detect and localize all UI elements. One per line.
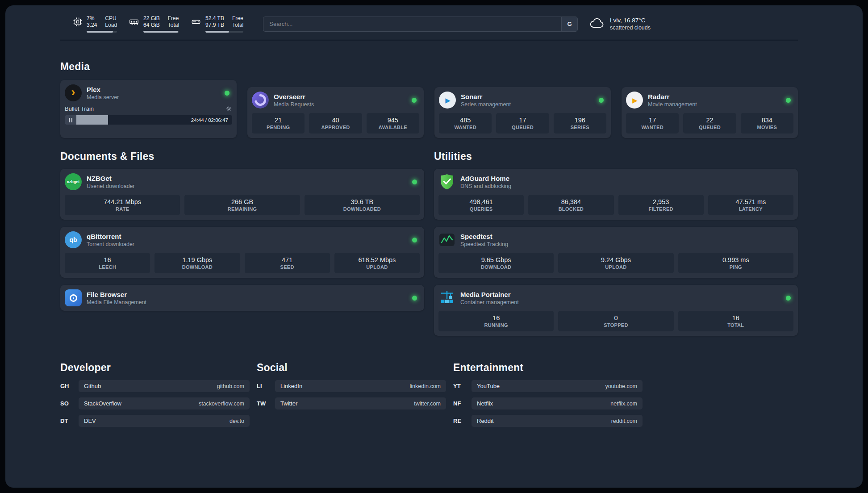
- bookmark-url: netflix.com: [610, 401, 637, 407]
- disk-total-value: 97.9 TB: [205, 22, 224, 29]
- speedtest-icon: [438, 231, 455, 248]
- gear-icon[interactable]: [225, 105, 232, 112]
- stat-tile: 39.6 TB DOWNLOADED: [305, 195, 420, 215]
- now-playing-title: Bullet Train: [65, 105, 94, 112]
- bookmark-stackoverflow[interactable]: SO StackOverflow stackoverflow.com: [60, 397, 250, 409]
- qbittorrent-icon: qb: [65, 231, 82, 248]
- bookmark-url: youtube.com: [605, 383, 637, 389]
- stat-tile: 0 STOPPED: [558, 311, 673, 331]
- ram-free-value: 22 GiB: [143, 15, 160, 22]
- status-dot: [786, 98, 791, 103]
- stat-tile: 22 QUEUED: [683, 113, 736, 134]
- search-engine-button[interactable]: G: [561, 17, 577, 31]
- section-title-media: Media: [60, 61, 798, 73]
- search-input[interactable]: [263, 17, 561, 31]
- topbar-divider: [60, 40, 798, 40]
- bookmark-url: reddit.com: [611, 418, 637, 424]
- weather-location: Lviv, 16.87°C: [610, 17, 651, 24]
- app-card-sonarr[interactable]: ▶ Sonarr Series management 485 WANTED 17…: [434, 87, 611, 138]
- top-bar: 7% 3.24 CPU Load: [60, 5, 798, 33]
- status-dot: [786, 296, 791, 301]
- stat-tile: 945 AVAILABLE: [367, 113, 419, 134]
- app-card-portainer[interactable]: Media Portainer Container management 16 …: [434, 285, 798, 336]
- section-title-documents: Documents & Files: [60, 150, 424, 163]
- bookmark-github[interactable]: GH Github github.com: [60, 380, 250, 392]
- stat-tile: 196 SERIES: [554, 113, 606, 134]
- bookmark-name: Netflix: [477, 400, 493, 407]
- weather-condition: scattered clouds: [610, 24, 651, 31]
- stat-tile: 16 TOTAL: [678, 311, 793, 331]
- playback-time: 24:44 / 02:06:47: [191, 115, 228, 125]
- pause-button[interactable]: [65, 115, 76, 125]
- stat-tile: 86,384 BLOCKED: [528, 195, 613, 215]
- stat-tile: 16 LEECH: [65, 253, 150, 273]
- bookmark-url: twitter.com: [414, 401, 441, 407]
- bookmark-abbr: TW: [257, 400, 269, 407]
- bookmark-abbr: NF: [453, 400, 466, 407]
- bookmark-abbr: SO: [60, 400, 73, 407]
- bookmark-name: DEV: [84, 418, 96, 424]
- bookmark-abbr: YT: [453, 383, 466, 389]
- ram-total-value: 64 GiB: [143, 22, 160, 29]
- stat-tile: 21 PENDING: [252, 113, 305, 134]
- stat-tile: 0.993 ms PING: [678, 253, 793, 273]
- stat-tile: 744.21 Mbps RATE: [65, 195, 180, 215]
- bookmark-name: Twitter: [280, 400, 297, 407]
- app-name: Speedtest: [460, 232, 508, 241]
- bookmark-url: github.com: [217, 383, 244, 389]
- pause-icon: [69, 118, 72, 122]
- app-card-qbittorrent[interactable]: qb qBittorrent Torrent downloader 16 LEE…: [60, 227, 424, 278]
- bookmark-netflix[interactable]: NF Netflix netflix.com: [453, 397, 643, 409]
- stat-tile: 266 GB REMAINING: [184, 195, 300, 215]
- cloud-icon: [589, 17, 605, 31]
- app-description: Series management: [461, 101, 511, 108]
- load-label: Load: [105, 22, 117, 29]
- radarr-icon: ▶: [626, 92, 643, 109]
- app-description: Movie management: [648, 101, 697, 108]
- app-name: Plex: [87, 85, 119, 94]
- stat-tile: 1.19 Gbps DOWNLOAD: [154, 253, 240, 273]
- app-card-filebrowser[interactable]: File Browser Media File Management: [60, 285, 424, 311]
- app-name: AdGuard Home: [460, 174, 511, 183]
- stat-tile: 9.65 Gbps DOWNLOAD: [438, 253, 554, 273]
- bookmark-youtube[interactable]: YT YouTube youtube.com: [453, 380, 643, 392]
- bookmark-name: LinkedIn: [280, 383, 302, 389]
- playback-progress-bar[interactable]: 24:44 / 02:06:47: [65, 115, 232, 125]
- app-card-plex[interactable]: › Plex Media server Bullet Train: [60, 80, 237, 138]
- stat-tile: 40 APPROVED: [309, 113, 362, 134]
- bookmarks-developer: Developer GH Github github.com SO StackO…: [60, 362, 250, 432]
- disk-total-label: Total: [232, 22, 243, 29]
- stat-tile: 618.52 Mbps UPLOAD: [334, 253, 420, 273]
- stat-tile: 16 RUNNING: [438, 311, 554, 331]
- status-dot: [412, 296, 417, 301]
- bookmark-name: YouTube: [477, 383, 500, 389]
- app-description: Usenet downloader: [87, 183, 135, 190]
- utilities-column: Utilities: [434, 138, 798, 336]
- app-card-radarr[interactable]: ▶ Radarr Movie management 17 WANTED 22 Q…: [622, 87, 798, 138]
- app-card-adguard[interactable]: AdGuard Home DNS and adblocking 498,461 …: [434, 169, 798, 220]
- bookmark-reddit[interactable]: RE Reddit reddit.com: [453, 415, 643, 427]
- cpu-load-value: 3.24: [87, 22, 97, 29]
- bookmark-dev[interactable]: DT DEV dev.to: [60, 415, 250, 427]
- app-card-nzbget[interactable]: nzbget NZBGet Usenet downloader 744.21 M…: [60, 169, 424, 220]
- app-card-speedtest[interactable]: Speedtest Speedtest Tracking 9.65 Gbps D…: [434, 227, 798, 278]
- app-description: DNS and adblocking: [460, 183, 511, 190]
- app-name: Sonarr: [461, 92, 511, 101]
- app-description: Speedtest Tracking: [460, 241, 508, 248]
- app-description: Container management: [460, 299, 519, 306]
- bookmark-linkedin[interactable]: LI LinkedIn linkedin.com: [257, 380, 446, 392]
- nzbget-icon: nzbget: [65, 173, 82, 190]
- filebrowser-icon: [65, 289, 82, 306]
- ram-free-label: Free: [168, 15, 179, 22]
- app-name: Media Portainer: [460, 290, 519, 299]
- bookmark-twitter[interactable]: TW Twitter twitter.com: [257, 397, 446, 409]
- bookmark-name: Reddit: [477, 418, 494, 424]
- ram-bar: [143, 31, 179, 33]
- app-card-overseerr[interactable]: Overseerr Media Requests 21 PENDING 40 A…: [247, 87, 424, 138]
- ram-widget: 22 GiB 64 GiB Free Total: [129, 15, 179, 33]
- ram-total-label: Total: [168, 22, 179, 29]
- section-title-utilities: Utilities: [434, 150, 798, 163]
- weather-widget: Lviv, 16.87°C scattered clouds: [589, 17, 651, 31]
- stat-tile: 498,461 QUERIES: [438, 195, 524, 215]
- app-name: Radarr: [648, 92, 697, 101]
